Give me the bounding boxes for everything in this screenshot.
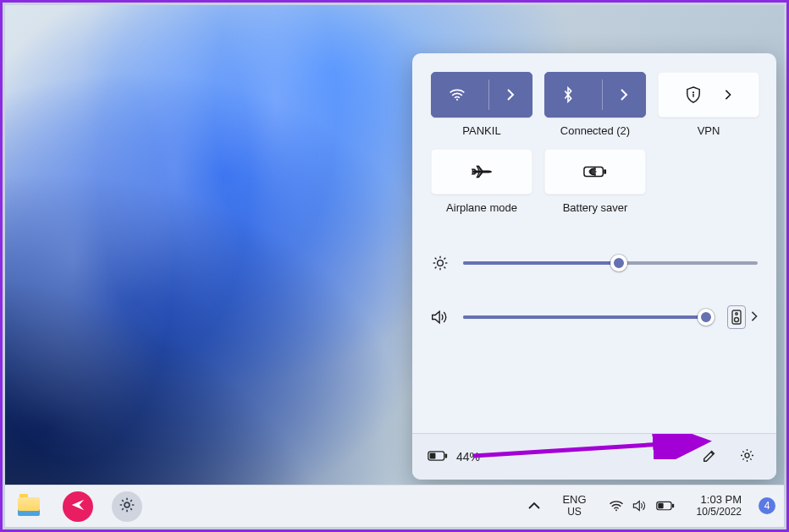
shield-icon [686, 86, 701, 103]
language-line2: US [567, 507, 582, 518]
svg-line-11 [444, 267, 446, 269]
airplane-tile-label: Airplane mode [446, 201, 517, 214]
quick-settings-tiles: PANKIL Connec [431, 72, 758, 214]
svg-point-0 [456, 99, 458, 101]
svg-point-22 [124, 502, 130, 507]
svg-rect-19 [430, 452, 436, 458]
notification-count: 4 [764, 500, 770, 512]
settings-taskbar-button[interactable] [112, 491, 142, 522]
battery-saver-tile-label: Battery saver [563, 201, 628, 214]
wifi-tile-label: PANKIL [462, 124, 500, 137]
brightness-slider-row [431, 255, 758, 271]
chevron-right-icon[interactable] [751, 310, 758, 325]
clock-time: 1:03 PM [701, 494, 742, 507]
svg-line-10 [435, 258, 437, 260]
svg-point-5 [438, 261, 444, 266]
battery-percent-label: 44% [456, 450, 480, 463]
volume-icon [431, 309, 450, 326]
chevron-right-icon[interactable] [620, 89, 628, 101]
bluetooth-tile-label: Connected (2) [560, 124, 630, 137]
chevron-right-icon[interactable] [506, 89, 515, 101]
volume-slider-row [431, 305, 758, 329]
vpn-tile[interactable] [658, 72, 759, 118]
system-tray[interactable] [604, 496, 680, 516]
tray-overflow-button[interactable] [523, 496, 545, 516]
file-explorer-icon [18, 497, 40, 516]
clock[interactable]: 1:03 PM 10/5/2022 [692, 491, 747, 522]
chevron-up-icon [528, 500, 540, 513]
svg-point-20 [744, 453, 748, 458]
wifi-icon [609, 500, 624, 512]
svg-rect-4 [604, 169, 606, 174]
pinned-app-button[interactable] [63, 491, 93, 522]
battery-saver-icon [583, 164, 607, 179]
svg-point-23 [615, 510, 617, 512]
taskbar: ENG US [5, 485, 784, 527]
wifi-tile[interactable] [431, 72, 532, 118]
audio-output-button[interactable] [727, 305, 746, 329]
gear-icon [739, 447, 755, 466]
svg-line-13 [444, 258, 446, 260]
gear-icon [119, 496, 135, 517]
battery-status-icon [428, 450, 448, 464]
svg-rect-26 [658, 503, 663, 508]
file-explorer-taskbar-button[interactable] [14, 491, 44, 522]
language-indicator[interactable]: ENG US [557, 491, 591, 522]
bluetooth-icon [562, 86, 574, 103]
svg-point-16 [735, 318, 739, 322]
svg-point-1 [692, 91, 694, 93]
volume-slider[interactable] [463, 315, 714, 319]
notification-badge[interactable]: 4 [759, 497, 775, 514]
send-icon [70, 497, 86, 516]
quick-settings-footer: 44% [412, 433, 776, 480]
chevron-right-icon[interactable] [725, 90, 731, 100]
quick-settings-panel: PANKIL Connec [412, 53, 776, 480]
battery-saver-tile[interactable] [544, 149, 646, 195]
pencil-icon [702, 448, 717, 466]
brightness-slider[interactable] [463, 261, 758, 265]
battery-icon [656, 501, 675, 511]
svg-point-15 [736, 313, 738, 315]
clock-date: 10/5/2022 [697, 507, 742, 518]
svg-rect-18 [445, 453, 448, 458]
volume-icon [632, 499, 648, 513]
airplane-icon [472, 163, 492, 180]
bluetooth-tile[interactable] [544, 72, 646, 118]
svg-rect-25 [671, 504, 673, 508]
svg-line-12 [435, 267, 437, 269]
settings-button[interactable] [732, 442, 761, 471]
airplane-mode-tile[interactable] [431, 149, 532, 195]
language-line1: ENG [562, 494, 586, 507]
wifi-icon [449, 88, 466, 101]
brightness-icon [431, 255, 450, 271]
edit-quick-settings-button[interactable] [695, 442, 724, 471]
vpn-tile-label: VPN [698, 124, 720, 137]
